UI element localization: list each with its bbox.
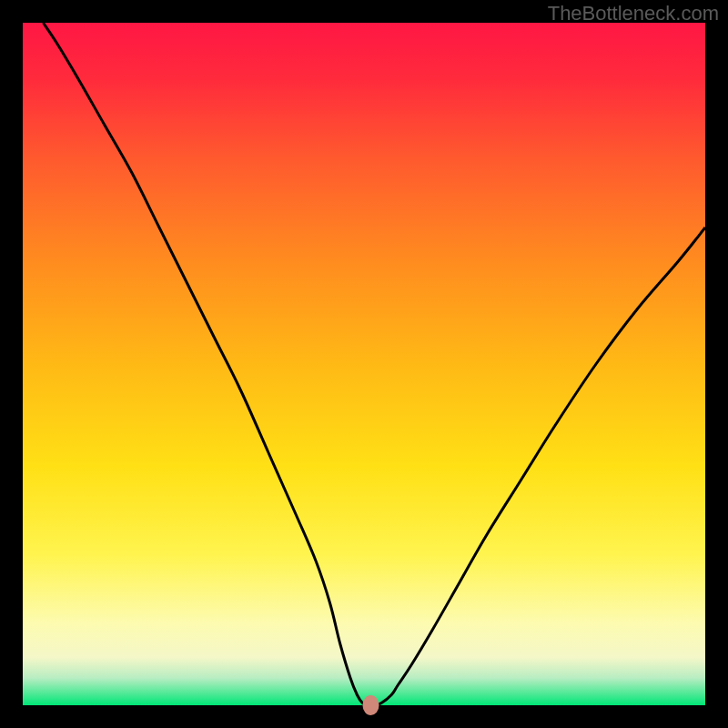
chart-svg — [0, 0, 728, 728]
bottleneck-chart: TheBottleneck.com — [0, 0, 728, 728]
plot-background — [23, 23, 705, 705]
optimum-marker — [363, 695, 379, 715]
attribution-text: TheBottleneck.com — [548, 2, 719, 25]
